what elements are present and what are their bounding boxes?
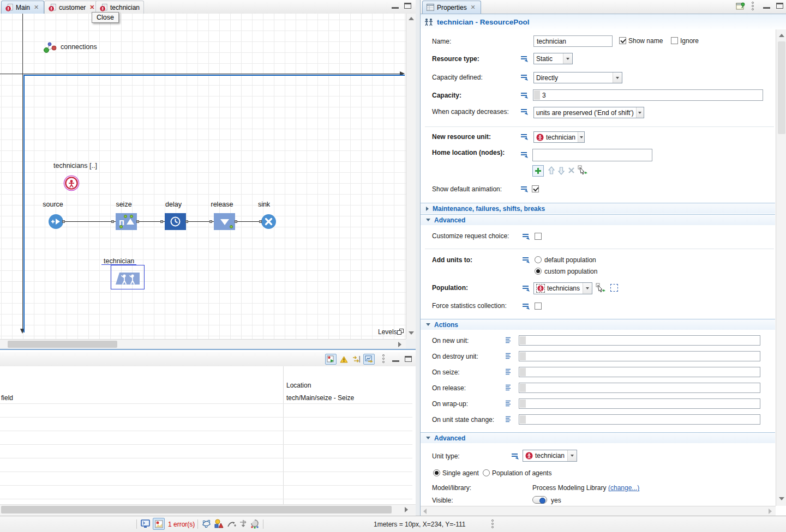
tab-customer-close-icon[interactable]: [88, 4, 95, 11]
custom-population-radio[interactable]: [535, 268, 542, 275]
dynamic-param-icon[interactable]: [521, 256, 530, 264]
dynamic-param-icon[interactable]: [520, 55, 529, 63]
port[interactable]: [259, 220, 262, 223]
on-destroy-unit-input[interactable]: [519, 351, 760, 361]
move-up-icon[interactable]: [548, 166, 555, 175]
sink-block[interactable]: [261, 214, 276, 229]
default-population-radio[interactable]: [535, 256, 542, 263]
scroll-right-icon[interactable]: [769, 509, 772, 514]
move-arrows-icon[interactable]: [239, 519, 248, 529]
console-minimize-button[interactable]: [392, 357, 399, 362]
move-down-icon[interactable]: [557, 166, 565, 175]
release-block[interactable]: [214, 213, 235, 230]
properties-hscrollbar[interactable]: [421, 506, 776, 516]
statusbar-grip-icon[interactable]: [491, 519, 494, 529]
code-action-icon[interactable]: [505, 352, 512, 360]
resource-pool-label[interactable]: technician: [104, 257, 134, 265]
delay-label[interactable]: delay: [165, 201, 182, 208]
view-menu-icon[interactable]: [382, 354, 385, 364]
sink-label[interactable]: sink: [258, 201, 270, 208]
code-action-icon[interactable]: [505, 400, 512, 407]
section-advanced-2[interactable]: Advanced: [421, 432, 775, 443]
technicians-population-label[interactable]: technicians [..]: [53, 162, 97, 170]
scroll-down-icon[interactable]: [779, 497, 784, 500]
section-actions[interactable]: Actions: [421, 319, 775, 330]
curve-draw-icon[interactable]: [227, 519, 237, 528]
seize-label[interactable]: seize: [116, 201, 131, 208]
problem-row-description[interactable]: field: [1, 394, 13, 402]
editor-minimize-button[interactable]: [392, 4, 399, 9]
new-resource-unit-select[interactable]: technician: [533, 131, 585, 143]
pin-console-button[interactable]: [325, 354, 337, 365]
dynamic-param-icon[interactable]: [521, 232, 530, 240]
port[interactable]: [160, 220, 163, 223]
console-maximize-button[interactable]: [405, 356, 412, 362]
customize-request-checkbox[interactable]: [535, 233, 542, 240]
scroll-up-icon[interactable]: [409, 17, 414, 20]
population-select[interactable]: technicians: [533, 282, 592, 294]
population-of-agents-radio[interactable]: [483, 469, 490, 476]
release-label[interactable]: release: [211, 201, 233, 208]
force-stats-checkbox[interactable]: [535, 303, 542, 310]
port[interactable]: [185, 220, 188, 223]
show-view-button[interactable]: [363, 354, 375, 365]
capacity-defined-select[interactable]: Directly: [533, 72, 622, 83]
show-name-checkbox[interactable]: [619, 37, 626, 44]
dynamic-param-icon[interactable]: [511, 452, 519, 460]
on-new-unit-input[interactable]: [519, 335, 760, 346]
connections-icon[interactable]: [43, 40, 58, 54]
dynamic-param-icon[interactable]: [520, 150, 529, 159]
dynamic-param-icon[interactable]: [521, 302, 530, 310]
editor-maximize-button[interactable]: [404, 3, 411, 9]
dynamic-param-icon[interactable]: [520, 132, 529, 141]
show-default-animation-checkbox[interactable]: [532, 185, 539, 192]
dynamic-param-icon[interactable]: [520, 91, 529, 99]
hscroll-thumb[interactable]: [1, 506, 392, 513]
source-block[interactable]: [49, 214, 63, 229]
scroll-right-icon[interactable]: [405, 507, 408, 512]
pick-from-canvas-icon[interactable]: [578, 165, 587, 175]
view-menu-icon[interactable]: [751, 2, 754, 11]
shapes-icon[interactable]: [214, 519, 224, 529]
scroll-up-icon[interactable]: [779, 34, 784, 37]
error-count[interactable]: 1 error(s): [168, 521, 195, 528]
properties-maximize-button[interactable]: [776, 3, 783, 9]
problems-toggle-button[interactable]: [153, 518, 165, 530]
warnings-filter-button[interactable]: [338, 354, 350, 365]
panel-divider[interactable]: [416, 0, 420, 516]
port[interactable]: [209, 220, 212, 223]
location-column-header[interactable]: Location: [286, 382, 311, 389]
section-advanced-1[interactable]: Advanced: [421, 214, 775, 225]
source-label[interactable]: source: [43, 201, 63, 208]
on-unit-state-change-input[interactable]: [519, 414, 760, 425]
single-agent-radio[interactable]: [433, 469, 440, 476]
tab-properties[interactable]: Properties: [422, 1, 481, 14]
canvas-hscrollbar[interactable]: [0, 339, 406, 349]
technicians-population-icon[interactable]: [63, 175, 80, 191]
dynamic-param-icon[interactable]: [520, 107, 529, 116]
home-location-input[interactable]: [532, 149, 652, 161]
section-maintenance[interactable]: Maintenance, failures, shifts, breaks: [421, 203, 775, 214]
pin-view-icon[interactable]: [736, 2, 746, 11]
port[interactable]: [62, 220, 65, 223]
change-library-link[interactable]: (change...): [608, 484, 639, 492]
hscroll-thumb[interactable]: [8, 341, 117, 348]
vscroll-thumb[interactable]: [778, 41, 785, 134]
levels-label[interactable]: Levels: [378, 328, 397, 336]
dynamic-param-icon[interactable]: [521, 284, 530, 292]
show-population-icon[interactable]: [610, 284, 618, 292]
model-canvas[interactable]: connections technicians [..] source seiz…: [0, 14, 406, 339]
console-icon[interactable]: [141, 519, 150, 528]
port[interactable]: [136, 220, 139, 223]
code-action-icon[interactable]: [505, 368, 512, 376]
add-node-button[interactable]: [532, 165, 544, 177]
on-wrap-up-input[interactable]: [519, 398, 760, 409]
on-release-input[interactable]: [519, 383, 760, 393]
connections-label[interactable]: connections: [61, 43, 97, 51]
when-capacity-select[interactable]: units are preserved ('End of shift'): [533, 107, 644, 118]
ignore-checkbox[interactable]: [671, 37, 678, 44]
scroll-left-icon[interactable]: [423, 509, 427, 514]
name-input[interactable]: technician: [533, 35, 613, 47]
tab-main-close-icon[interactable]: [33, 4, 40, 11]
levels-icon[interactable]: [397, 329, 404, 335]
